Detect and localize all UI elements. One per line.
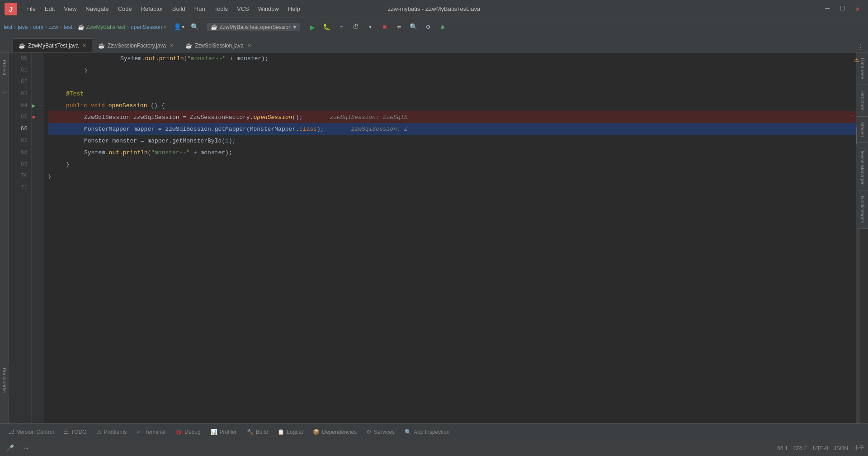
- panel-maven[interactable]: Maven: [857, 117, 868, 143]
- status-mic-button[interactable]: 🎤: [4, 442, 16, 455]
- breadcrumb-test2[interactable]: test: [64, 24, 72, 30]
- code-line-71: [48, 182, 868, 194]
- breadcrumb-test[interactable]: test: [4, 24, 12, 30]
- bottom-tab-dependencies[interactable]: 📦 Dependencies: [308, 426, 361, 438]
- bottom-tab-services[interactable]: ⚙ Services: [362, 426, 399, 438]
- status-encoding[interactable]: UTF-8: [813, 445, 828, 451]
- fold-icon-method: —: [39, 100, 43, 111]
- menu-code[interactable]: Code: [114, 4, 136, 14]
- menu-build[interactable]: Build: [169, 4, 189, 14]
- tab-zzwmybatistest[interactable]: ☕ ZzwMyBatisTest.java ✕: [13, 38, 92, 52]
- menu-navigate[interactable]: Navigate: [82, 4, 112, 14]
- profiler-icon: 📊: [211, 429, 217, 435]
- project-panel-label[interactable]: Project: [0, 56, 9, 79]
- run-config[interactable]: ☕ ZzwMyBatisTest.openSession ▾: [207, 23, 299, 31]
- appinspection-label: App Inspection: [414, 429, 449, 435]
- tab-zzwsessionfactory[interactable]: ☕ ZzwSessionFactory.java ✕: [92, 38, 179, 52]
- close-button[interactable]: ✕: [852, 5, 863, 14]
- maximize-button[interactable]: □: [837, 5, 849, 14]
- bottom-tab-problems[interactable]: ⚠ Problems: [92, 426, 132, 438]
- menu-vcs[interactable]: VCS: [233, 4, 253, 14]
- gutter-66: [32, 123, 44, 135]
- profile-button[interactable]: ⏱: [349, 21, 362, 33]
- code-line-62: [48, 76, 868, 88]
- bottom-tab-appinspection[interactable]: 🔍 App Inspection: [400, 426, 454, 438]
- bottom-tab-profiler[interactable]: 📊 Profiler: [206, 426, 241, 438]
- editor-tabs: ☕ ZzwMyBatisTest.java ✕ ☕ ZzwSessionFact…: [0, 36, 868, 52]
- nav-bar: test › java › com › zzw › test › ☕ ZzwMy…: [0, 18, 868, 36]
- bottom-toolbar: ⎇ Version Control ☰ TODO ⚠ Problems >_ T…: [0, 423, 868, 440]
- run-icon-64: ▶: [32, 102, 35, 109]
- title-bar: J File Edit View Navigate Code Refactor …: [0, 0, 868, 18]
- menu-run[interactable]: Run: [191, 4, 209, 14]
- warning-icon: ⚠: [854, 54, 859, 64]
- todo-icon: ☰: [64, 429, 69, 435]
- menu-help[interactable]: Help: [284, 4, 304, 14]
- bottom-tab-build[interactable]: 🔨 Build: [242, 426, 273, 438]
- problems-icon: ⚠: [97, 429, 102, 435]
- run-config-dropdown[interactable]: ▾: [293, 24, 296, 30]
- status-menu-button[interactable]: ⋯: [20, 442, 33, 455]
- tab-label-2: ZzwSqlSession.java: [195, 43, 243, 49]
- panel-structure[interactable]: Structure: [857, 85, 868, 117]
- breadcrumb-class[interactable]: ☕ ZzwMyBatisTest: [78, 24, 125, 30]
- panel-notifications[interactable]: Notifications: [857, 190, 868, 229]
- window-controls: ─ □ ✕: [821, 5, 863, 14]
- menu-file[interactable]: File: [23, 4, 39, 14]
- gutter-68: [32, 147, 44, 158]
- status-git[interactable]: 小子: [854, 444, 864, 452]
- fold-icon-class: —: [39, 205, 43, 217]
- line-ending-label: CRLF: [793, 445, 807, 451]
- tab-close-0[interactable]: ✕: [82, 43, 86, 48]
- bottom-tab-debug[interactable]: 🐞 Debug: [171, 426, 205, 438]
- status-position[interactable]: 66:1: [777, 445, 788, 451]
- menu-window[interactable]: Window: [255, 4, 283, 14]
- panel-device-manager[interactable]: Device Manager: [857, 143, 868, 190]
- code-editor[interactable]: ⚠ 60 61 62 63 64 65 66 67 68 69 70 71: [9, 52, 868, 423]
- tab-overflow[interactable]: ⋮: [854, 43, 868, 52]
- scroll-marker: —: [851, 111, 854, 119]
- minimize-button[interactable]: ─: [821, 5, 833, 14]
- bottom-tab-logcat[interactable]: 📋 Logcat: [273, 426, 307, 438]
- breadcrumb-zzw[interactable]: zzw: [49, 24, 58, 30]
- breadcrumb-com[interactable]: com: [33, 24, 43, 30]
- run-config-label: ZzwMyBatisTest.openSession: [219, 24, 291, 30]
- run-button[interactable]: ▶: [306, 21, 319, 33]
- settings-button[interactable]: ⚙: [422, 21, 434, 33]
- tab-zzwsqlsession[interactable]: ☕ ZzwSqlSession.java ✕: [179, 38, 257, 52]
- code-line-68: System.out.println("monster--" + monster…: [48, 147, 868, 158]
- debug-button[interactable]: 🐛: [321, 21, 333, 33]
- linenum-70: 70: [9, 170, 28, 182]
- breadcrumb-method[interactable]: openSession: [131, 24, 162, 30]
- tab-close-2[interactable]: ✕: [247, 43, 251, 48]
- run-config-icon: ☕: [211, 24, 217, 30]
- code-content[interactable]: System.out.println("monster--" + monster…: [44, 52, 868, 423]
- gutter-62: [32, 76, 44, 88]
- tab-close-1[interactable]: ✕: [170, 43, 174, 48]
- search-button[interactable]: 🔍: [407, 21, 420, 33]
- status-bar: 🎤 ⋯ 66:1 CRLF UTF-8 JSON 小子: [0, 440, 868, 456]
- stop-button[interactable]: ■: [378, 21, 391, 33]
- bottom-tab-terminal[interactable]: >_ Terminal: [132, 426, 170, 438]
- appinspection-icon: 🔍: [405, 429, 411, 435]
- hint-65: zzwSqlSession: ZzwSqlS: [330, 114, 408, 121]
- breadcrumb-java[interactable]: java: [18, 24, 28, 30]
- bookmarks-label[interactable]: Bookmarks: [0, 364, 9, 396]
- settings-more-button[interactable]: ▾: [364, 21, 377, 33]
- user-button[interactable]: 👤▾: [173, 21, 185, 33]
- coverage-button[interactable]: ☂: [335, 21, 348, 33]
- status-line-ending[interactable]: CRLF: [793, 445, 807, 451]
- tab-icon-2: ☕: [185, 43, 192, 49]
- menu-tools[interactable]: Tools: [211, 4, 231, 14]
- status-info[interactable]: JSON: [834, 445, 848, 451]
- bottom-tab-vcs[interactable]: ⎇ Version Control: [4, 426, 58, 438]
- translate-button[interactable]: ⇄: [393, 21, 406, 33]
- gutter: ▶ ● — —: [32, 52, 44, 423]
- menu-view[interactable]: View: [60, 4, 80, 14]
- breakpoint-65[interactable]: ●: [32, 114, 35, 121]
- gutter-63: [32, 88, 44, 100]
- menu-edit[interactable]: Edit: [41, 4, 58, 14]
- main-area: Project — Bookmarks: [0, 52, 868, 423]
- menu-refactor[interactable]: Refactor: [137, 4, 167, 14]
- bottom-tab-todo[interactable]: ☰ TODO: [59, 426, 91, 438]
